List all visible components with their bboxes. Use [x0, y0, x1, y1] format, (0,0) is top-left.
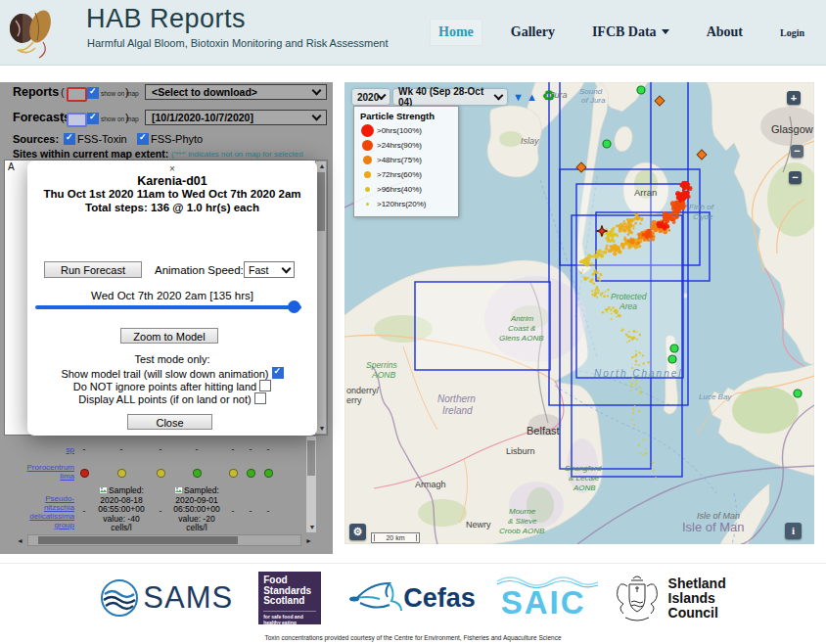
page-title: HAB Reports — [86, 4, 246, 34]
broken-image-icon — [174, 486, 183, 494]
sample-line: 2020-09-01 — [175, 495, 217, 505]
shetland-text: Shetland Islands Council — [668, 576, 726, 621]
map-label: Sound — [579, 87, 603, 96]
map-label: Protected — [611, 292, 647, 301]
forecasts-show-label: show on map — [101, 115, 139, 122]
year-value: 2020 — [357, 92, 379, 103]
reports-show-checkbox[interactable] — [87, 87, 99, 99]
status-dot[interactable] — [229, 469, 238, 478]
particle-dot-icon — [364, 171, 371, 178]
nav-gallery[interactable]: Gallery — [503, 20, 563, 45]
legend-title: Particle Strength — [360, 111, 452, 121]
next-week-icon[interactable]: ▲ — [527, 90, 537, 104]
map-label: Sperrins — [366, 360, 397, 370]
page-subtitle: Harmful Algal Bloom, Biotoxin Monitoring… — [87, 37, 389, 49]
timestep-slider[interactable] — [35, 305, 301, 309]
scroll-up-icon[interactable]: ▲ — [316, 161, 328, 171]
partner-logos: SAMS Food Standards Scotland for safe fo… — [0, 572, 826, 624]
zoom-out-button[interactable]: − — [791, 145, 803, 158]
collapse-button[interactable]: − — [789, 171, 802, 184]
map-settings-gear-icon[interactable]: ⚙ — [349, 524, 366, 540]
fss-phyto-checkbox[interactable] — [137, 133, 149, 145]
map-canvas[interactable]: JuraSoundof JuraGlasgowIslayArranFirth o… — [344, 82, 814, 544]
sample-line: 06:55:00+00 — [98, 504, 145, 514]
nav-ifcb-data[interactable]: IFCB Data — [584, 20, 677, 45]
fss-toxin-checkbox[interactable] — [64, 133, 75, 145]
footer-caption: Toxin concentrations provided courtesy o… — [0, 634, 826, 641]
week-select[interactable]: Wk 40 (Sep 28-Oct 04) — [393, 89, 507, 105]
nav-ifcb-label: IFCB Data — [592, 24, 657, 39]
status-dot[interactable] — [80, 469, 89, 478]
scroll-down-icon[interactable]: ▼ — [316, 424, 328, 434]
site-marker-circle[interactable] — [668, 355, 676, 363]
table-row: Pseudo- nitzschia delicatissima group - … — [0, 486, 305, 533]
scrollbar-thumb[interactable] — [317, 172, 325, 231]
species-link-line: group — [55, 521, 74, 529]
sample-line: cells/l — [186, 523, 206, 532]
slider-thumb[interactable] — [288, 300, 300, 313]
saic-text: SAIC — [501, 584, 586, 621]
scroll-down-icon[interactable]: ▼ — [306, 523, 318, 532]
table-cell: - — [242, 444, 259, 454]
nav-about[interactable]: About — [699, 20, 751, 45]
scrollbar-thumb[interactable] — [38, 536, 238, 544]
reports-select[interactable]: <Select to download> — [145, 84, 327, 100]
test-mode-label: Test mode only: — [27, 353, 317, 365]
show-trail-checkbox[interactable] — [272, 367, 284, 379]
map-label: Northern — [437, 393, 476, 404]
status-dot[interactable] — [117, 469, 126, 478]
attribution-info-icon[interactable]: i — [785, 523, 802, 539]
site-marker-circle[interactable] — [794, 390, 802, 397]
scroll-left-icon[interactable]: ◄ — [17, 535, 23, 546]
sample-line: cells/l — [111, 523, 131, 532]
close-button[interactable]: Close — [127, 414, 212, 430]
year-select[interactable]: 2020 — [352, 89, 390, 105]
forecasts-show-checkbox[interactable] — [87, 113, 99, 124]
scroll-right-icon[interactable]: ► — [305, 535, 312, 546]
sites-list-item[interactable]: A — [8, 161, 15, 172]
sample-line: value: -20 — [178, 514, 214, 524]
map-label: Isle of Man — [682, 520, 745, 534]
close-icon[interactable]: × — [27, 163, 317, 174]
table-cell: - — [84, 444, 159, 454]
zoom-in-button[interactable]: + — [787, 91, 801, 105]
site-marker-circle[interactable] — [670, 345, 678, 352]
status-dot[interactable] — [264, 469, 273, 478]
prev-week-icon[interactable]: ▼ — [513, 90, 524, 104]
map-label: erry — [346, 395, 362, 405]
nav-login[interactable]: Login — [772, 23, 812, 43]
table-scrollbar-horizontal[interactable] — [27, 534, 301, 546]
zoom-to-model-button[interactable]: Zoom to Model — [120, 328, 218, 344]
species-link[interactable]: Pseudo- nitzschia delicatissima group — [2, 494, 74, 529]
table-scrollbar-vertical[interactable]: ▼ — [305, 436, 317, 533]
chevron-down-icon — [662, 29, 669, 34]
animation-speed-label: Animation Speed: — [155, 264, 244, 276]
forecasts-select-value: [10/1/2020-10/7/2020] — [152, 112, 253, 123]
display-all-checkbox[interactable] — [254, 392, 266, 404]
status-dot[interactable] — [157, 469, 165, 478]
legend-label: >96hrs(40%) — [377, 185, 422, 194]
animation-speed-select[interactable]: Fast — [244, 261, 295, 278]
forecasts-select[interactable]: [10/1/2020-10/7/2020] — [145, 110, 327, 125]
species-link[interactable]: sp — [2, 445, 74, 454]
map-label: Luce Bay — [699, 392, 732, 401]
status-dot[interactable] — [247, 469, 255, 478]
status-dot[interactable] — [193, 469, 202, 478]
site-marker-circle[interactable] — [637, 86, 645, 94]
map-label: North Channel — [594, 368, 682, 379]
reports-select-value: <Select to download> — [152, 86, 257, 98]
particle-dot-icon — [366, 203, 369, 206]
sample-line: value: -40 — [103, 514, 139, 524]
particle-dot-icon — [362, 140, 373, 151]
sample-line: Sampled: — [184, 485, 219, 495]
run-forecast-button[interactable]: Run Forecast — [44, 261, 142, 278]
hab-logo-icon — [8, 3, 59, 62]
sams-logo: SAMS — [100, 578, 233, 618]
scrollbar-thumb[interactable] — [307, 440, 315, 476]
forecasts-extent-icon — [67, 113, 87, 127]
refresh-icon[interactable]: ♻ — [542, 88, 555, 104]
ignore-land-checkbox[interactable] — [259, 380, 271, 391]
site-marker-circle[interactable] — [603, 140, 611, 148]
shetland-logo: Shetland Islands Council — [612, 573, 726, 623]
nav-home[interactable]: Home — [431, 20, 482, 45]
